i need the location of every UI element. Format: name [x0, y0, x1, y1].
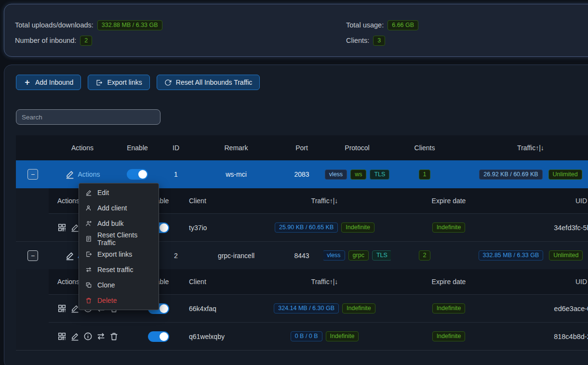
client-uid: 34efd3fc-5b39-45	[511, 224, 588, 232]
reset-traffic-icon[interactable]	[96, 332, 106, 341]
inbound-remark: grpc-irancell	[192, 252, 280, 260]
user-add-icon	[85, 205, 92, 211]
collapse-row-button[interactable]: −	[27, 169, 38, 180]
protocol-badge: vless	[325, 169, 347, 180]
header-traffic-sort[interactable]: Traffic↑|↓	[458, 144, 588, 152]
client-name: ty37io	[181, 224, 263, 232]
stat-value-badge: 332.88 MB / 6.33 GB	[97, 20, 162, 30]
menu-item-reset-clients-traffic[interactable]: Reset Clients Traffic	[79, 231, 159, 247]
stat-total-uploads-downloads: Total uploads/downloads: 332.88 MB / 6.3…	[15, 20, 162, 30]
export-icon	[95, 79, 103, 86]
client-total-badge: Indefinite	[326, 331, 359, 341]
stat-clients: Clients: 3	[346, 35, 418, 46]
stat-label: Clients:	[346, 37, 369, 44]
header-actions: Actions	[50, 144, 115, 152]
inbound-port: 8443	[280, 252, 323, 260]
delete-icon[interactable]	[109, 332, 119, 341]
add-inbound-button[interactable]: + Add Inbound	[16, 75, 81, 90]
stats-card: Total uploads/downloads: 332.88 MB / 6.3…	[4, 4, 588, 57]
toolbar: + Add Inbound Export links Reset All Inb…	[16, 75, 260, 90]
clients-count-badge: 2	[419, 250, 431, 261]
stat-total-usage: Total usage: 6.66 GB	[346, 20, 418, 30]
tls-badge: TLS	[370, 169, 389, 180]
delete-icon	[85, 297, 92, 304]
stat-value-badge: 6.66 GB	[388, 20, 418, 30]
client-name: q61welxqby	[181, 333, 263, 340]
traffic-badge: 332.85 MB / 6.33 GB	[479, 250, 544, 261]
edit-pencil-icon[interactable]	[70, 332, 80, 341]
menu-item-add-client[interactable]: Add client	[79, 200, 159, 216]
table-header-row: Actions Enable ID Remark Port Protocol C…	[16, 135, 588, 160]
header-protocol: Protocol	[323, 144, 391, 152]
qr-code-icon[interactable]	[57, 223, 67, 232]
qr-code-icon[interactable]	[57, 332, 67, 341]
export-links-button[interactable]: Export links	[88, 75, 149, 90]
traffic-badge: 26.92 KB / 60.69 KB	[479, 169, 542, 180]
collapse-row-button[interactable]: −	[27, 250, 38, 261]
export-links-label: Export links	[107, 78, 142, 86]
menu-item-export-links[interactable]: Export links	[79, 247, 159, 262]
client-uid: ed6e3ace-02c9-4	[511, 305, 588, 313]
reset-all-label: Reset All Inbounds Traffic	[176, 78, 253, 86]
inbound-id: 1	[160, 170, 192, 178]
swap-arrows-icon	[85, 266, 92, 273]
search-input[interactable]	[16, 109, 160, 125]
transport-badge: ws	[350, 169, 366, 180]
stat-label: Number of inbound:	[15, 37, 76, 44]
client-total-badge: Indefinite	[342, 303, 375, 313]
client-expire-badge: Indefinite	[432, 303, 466, 313]
sub-header-expire: Expire date	[386, 278, 511, 286]
clone-icon	[85, 282, 92, 288]
edit-pencil-icon	[65, 251, 75, 261]
header-port: Port	[280, 144, 323, 152]
actions-label: Actions	[78, 170, 100, 178]
reset-all-inbounds-traffic-button[interactable]: Reset All Inbounds Traffic	[157, 75, 260, 90]
sub-header-uid: UID	[511, 278, 588, 286]
stat-value-badge: 3	[373, 36, 385, 46]
client-enable-toggle[interactable]	[148, 331, 169, 342]
row-actions-dropdown[interactable]: Actions	[65, 169, 100, 179]
qr-code-icon[interactable]	[57, 304, 67, 313]
plus-icon: +	[24, 79, 31, 86]
client-expire-badge: Indefinite	[432, 331, 466, 341]
header-remark: Remark	[192, 144, 280, 152]
actions-dropdown-menu: Edit Add client Add bulk Reset Clients T…	[79, 183, 159, 310]
client-traffic-badge: 0 B / 0 B	[291, 331, 322, 341]
sub-header-traffic-sort[interactable]: Traffic↑|↓	[263, 197, 386, 205]
tls-badge: TLS	[372, 250, 391, 261]
info-circle-icon[interactable]	[83, 332, 93, 341]
inbound-port: 2083	[280, 170, 323, 178]
clients-count-badge: 1	[419, 169, 431, 180]
header-id: ID	[160, 144, 192, 152]
menu-item-edit[interactable]: Edit	[79, 185, 159, 200]
stat-label: Total uploads/downloads:	[15, 21, 94, 29]
stat-label: Total usage:	[346, 21, 384, 29]
total-badge: Unlimited	[548, 169, 582, 180]
edit-pencil-icon	[65, 169, 75, 179]
edit-pencil-icon	[85, 189, 92, 196]
stat-value-badge: 2	[80, 36, 92, 46]
sub-header-uid: UID	[511, 197, 588, 205]
sync-icon	[164, 79, 172, 86]
total-badge: Unlimited	[549, 250, 583, 261]
stat-number-of-inbound: Number of inbound: 2	[15, 35, 162, 46]
client-name: 66k4xfaq	[181, 305, 263, 313]
menu-item-delete[interactable]: Delete	[79, 293, 159, 308]
header-clients: Clients	[391, 144, 458, 152]
menu-item-add-bulk[interactable]: Add bulk	[79, 216, 159, 231]
usergroup-add-icon	[85, 220, 92, 227]
menu-item-reset-traffic[interactable]: Reset traffic	[79, 262, 159, 277]
file-reset-icon	[85, 235, 92, 242]
menu-item-clone[interactable]: Clone	[79, 277, 159, 293]
enable-toggle[interactable]	[127, 169, 148, 180]
client-expire-badge: Indefinite	[432, 222, 466, 233]
inbound-id: 2	[160, 252, 192, 260]
header-enable: Enable	[115, 144, 160, 152]
client-traffic-badge: 25.90 KB / 60.65 KB	[275, 222, 338, 233]
client-uid: 818c4b8d-29b2-4	[511, 333, 588, 340]
inbound-remark: ws-mci	[192, 170, 280, 178]
sub-header-traffic-sort[interactable]: Traffic↑|↓	[263, 278, 386, 286]
transport-badge: grpc	[348, 250, 369, 261]
client-row: q61welxqby 0 B / 0 B Indefinite Indefini…	[49, 322, 588, 350]
sub-header-client: Client	[181, 278, 263, 286]
